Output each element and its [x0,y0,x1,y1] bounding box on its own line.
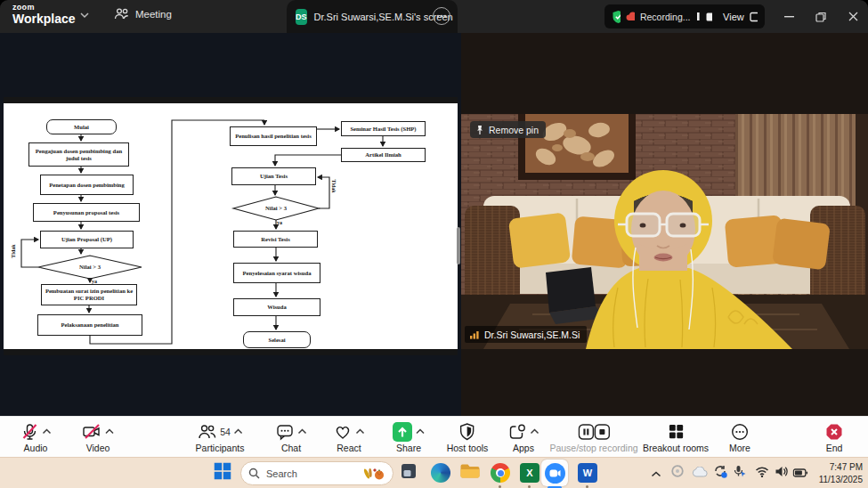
cloud-recording-icon [626,12,635,21]
onedrive-cloud-icon[interactable] [692,465,708,481]
remove-pin-button[interactable]: Remove pin [470,121,546,138]
flow-node-revisi: Revisi Tesis [233,231,318,248]
pause-recording-icon[interactable] [696,12,702,21]
participant-video [461,114,868,349]
flow-node-penyelesaian: Penyelesaian syarat wisuda [233,263,320,283]
start-button[interactable] [215,463,231,484]
zoom-meeting-window: zoom Workplace Meeting DS Dr.Sri Suwarsi… [0,0,868,488]
video-label: Video [86,443,110,453]
zoom-app-icon [545,463,565,484]
taskbar-app-zoom[interactable] [541,460,568,486]
chat-button[interactable]: Chat [276,421,307,453]
host-tools-shield-icon [458,422,476,441]
more-options-icon[interactable] [433,7,450,25]
tab-meeting-label: Meeting [135,9,172,20]
participants-button[interactable]: 54 Participants [196,421,245,453]
apps-button[interactable]: Apps [508,421,539,453]
participant-name-tag: Dr.Sri Suwarsi,SE.M.Si [465,326,587,343]
flow-node-pembuatan: Pembuatan surat izin penelitian ke PIC P… [41,284,137,305]
participants-icon [197,423,216,441]
taskbar-app-word[interactable]: W [578,463,597,483]
flow-node-pengajuan: Pengajuan dosen pembimbing dan judul tes… [28,142,129,167]
audio-button[interactable]: Audio [20,421,52,453]
logo-workplace-text: Workplace [12,12,76,25]
more-button[interactable]: More [729,421,750,453]
pause-stop-icons [578,424,610,440]
flow-node-pelaksanaan: Pelaksanaan penelitian [37,314,142,336]
taskbar-app-files[interactable] [460,463,481,484]
minimize-button[interactable] [774,0,804,33]
more-ellipsis-icon [731,423,749,441]
audio-options-caret[interactable] [43,428,52,435]
restore-button[interactable] [806,0,836,33]
share-screen-icon [393,422,412,442]
sync-tray-icon[interactable] [713,464,727,482]
react-label: React [337,443,361,453]
apps-icon [508,423,527,441]
host-tools-button[interactable]: Host tools [447,421,489,453]
clock-time: 7:47 PM [819,461,863,474]
recording-indicator: Recording... View [604,4,765,28]
tab-meeting[interactable]: Meeting [114,7,172,20]
flow-node-penetapan: Penetapan dosen pembimbing [40,175,134,195]
view-label[interactable]: View [723,12,744,22]
battery-tray-icon[interactable] [793,465,808,481]
share-button[interactable]: Share [393,421,425,453]
scrollbar[interactable] [457,227,460,264]
chevron-down-icon[interactable] [80,12,89,19]
flow-label-tidak-1: Tidak [10,240,19,262]
search-input[interactable]: Search [240,461,393,485]
chat-caret[interactable] [298,428,307,435]
tray-expand-button[interactable] [652,465,661,481]
security-shield-icon[interactable] [612,10,621,24]
flow-node-ujian-tesis: Ujian Tesis [231,167,316,185]
titlebar: zoom Workplace Meeting DS Dr.Sri Suwarsi… [0,0,868,33]
windows-taskbar: Search [0,457,868,488]
task-view-button[interactable] [400,462,418,484]
tray-chevron-icon [652,471,661,477]
taskbar-app-edge[interactable] [431,463,450,483]
tray-app-icon[interactable] [671,465,685,482]
excel-icon: X [520,463,539,483]
avatar-badge: DS [296,9,307,25]
search-icon [248,468,260,479]
breakout-rooms-button[interactable]: Breakout rooms [643,421,709,453]
view-layout-icon[interactable] [750,12,758,22]
share-caret[interactable] [416,428,425,435]
flow-node-ujian-proposal: Ujian Proposal (UP) [40,231,134,248]
camera-muted-icon [82,422,101,441]
chat-icon [276,423,295,441]
video-options-caret[interactable] [105,428,114,435]
clock-date: 11/13/2025 [819,474,863,486]
participant-name: Dr.Sri Suwarsi,SE.M.Si [484,329,580,340]
microphone-tray-icon[interactable] [734,465,747,482]
pause-stop-label: Pause/stop recording [549,443,637,453]
heart-icon [334,423,353,441]
pause-stop-recording-button[interactable]: Pause/stop recording [549,421,637,453]
close-icon[interactable] [838,0,868,33]
wifi-tray-icon[interactable] [755,465,769,481]
react-button[interactable]: React [334,421,365,453]
zoom-workplace-logo: zoom Workplace [12,4,76,25]
react-caret[interactable] [356,428,365,435]
recording-label: Recording... [640,12,691,22]
pin-icon [475,125,484,135]
participants-label: Participants [196,443,245,453]
taskbar-app-excel[interactable]: X [520,463,539,483]
apps-label: Apps [513,443,534,453]
end-button[interactable]: End [825,421,843,453]
video-scene [461,114,868,349]
word-icon: W [578,463,597,483]
taskbar-clock[interactable]: 7:47 PM 11/13/2025 [819,461,863,485]
taskbar-app-chrome[interactable] [491,463,510,483]
host-tools-label: Host tools [447,443,489,453]
flow-label-tidak-2: Tidak [329,175,337,197]
share-label: Share [396,443,421,453]
stop-recording-icon[interactable] [706,12,712,21]
volume-tray-icon[interactable] [775,465,789,481]
more-label: More [729,443,750,453]
participants-caret[interactable] [234,428,243,435]
apps-caret[interactable] [531,428,539,435]
shared-screen-pane: Mulai Pengajuan dosen pembimbing dan jud… [0,33,461,416]
video-button[interactable]: Video [82,421,114,453]
